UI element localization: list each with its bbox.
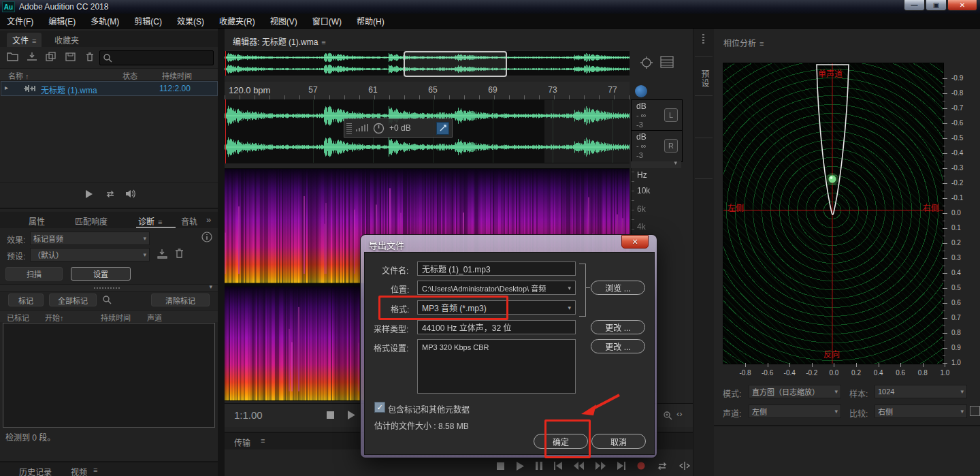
play-icon[interactable]	[516, 462, 524, 471]
pause-icon[interactable]	[536, 462, 542, 470]
mark-button[interactable]: 标记	[8, 293, 44, 306]
zoom-chevrons-icon[interactable]: ‹›	[676, 409, 683, 419]
close-button[interactable]: ✕	[947, 0, 977, 11]
record-icon[interactable]	[637, 462, 645, 470]
effect-dropdown[interactable]: 标记音频▾	[30, 232, 150, 245]
menu-item[interactable]: 收藏夹(R)	[219, 15, 255, 27]
filename-input[interactable]: 无标题 (1)_01.mp3	[417, 261, 576, 276]
tab-history[interactable]: 历史记录	[19, 466, 52, 476]
col-marked[interactable]: 已标记	[7, 312, 29, 323]
file-name[interactable]: 无标题 (1).wma	[41, 84, 97, 95]
compare-dropdown[interactable]: 右侧▾	[875, 404, 967, 418]
delete-preset-icon[interactable]	[174, 248, 184, 259]
trash-icon[interactable]	[84, 52, 95, 62]
monitor-icon[interactable]	[635, 85, 647, 97]
dialog-close-button[interactable]: ✕	[621, 235, 649, 249]
dock-handle-icon[interactable]	[702, 34, 704, 44]
col-duration2[interactable]: 持续时间	[101, 312, 131, 323]
layers-icon[interactable]	[660, 56, 674, 68]
zoom-in-icon[interactable]	[663, 411, 672, 420]
stop-icon[interactable]	[497, 462, 504, 470]
hud-gain-value[interactable]: +0 dB	[389, 123, 411, 133]
restore-button[interactable]: ▣	[926, 0, 947, 11]
menu-item[interactable]: 窗口(W)	[312, 15, 342, 27]
phase-scope[interactable]: 单声道 左侧 右侧 反向	[723, 63, 944, 364]
speaker-icon[interactable]	[125, 189, 136, 199]
menu-item[interactable]: 帮助(H)	[357, 15, 385, 27]
menu-item[interactable]: 视图(V)	[270, 15, 297, 27]
skip-to-start-icon[interactable]	[554, 462, 562, 470]
search-marks-icon[interactable]	[102, 295, 112, 304]
col-status[interactable]: 状态	[122, 70, 137, 81]
channel-dropdown[interactable]: 左侧▾	[749, 404, 841, 418]
location-dropdown[interactable]: C:\Users\Administrator\Desktop\ 音频▾	[417, 281, 576, 295]
rewind-icon[interactable]	[574, 462, 584, 470]
meter-collapse-bar[interactable]: ▾	[631, 161, 681, 168]
channel-left-button[interactable]: L	[664, 108, 678, 122]
settings-button[interactable]: 设置	[71, 267, 131, 281]
menu-item[interactable]: 效果(S)	[177, 15, 204, 27]
tab-favorites[interactable]: 收藏夹	[54, 34, 79, 46]
menu-item[interactable]: 编辑(E)	[48, 15, 76, 27]
clear-marks-button[interactable]: 清除标记	[151, 293, 210, 306]
include-metadata-checkbox[interactable]: ✓	[374, 402, 385, 413]
panel-menu-icon[interactable]: ≡	[32, 37, 36, 45]
open-folder-icon[interactable]	[7, 52, 19, 62]
overview-selection-box[interactable]	[404, 51, 507, 77]
hud-settings-icon[interactable]	[436, 122, 449, 135]
tab-files[interactable]: 文件≡	[7, 33, 42, 47]
minimize-button[interactable]: —	[904, 0, 925, 11]
change-sample-type-button[interactable]: 更改 ...	[591, 320, 645, 334]
collapse-arrow-icon[interactable]: ▾	[209, 283, 212, 290]
gain-knob-icon[interactable]	[373, 123, 385, 134]
panel-menu-icon[interactable]: ≡	[261, 437, 265, 445]
channel-right-button[interactable]: R	[664, 139, 678, 153]
col-start[interactable]: 开始↑	[45, 312, 64, 323]
browse-button[interactable]: 浏览 ...	[591, 281, 645, 295]
tab-overflow-icon[interactable]: »	[206, 215, 211, 225]
preset-dropdown[interactable]: （默认）▾	[30, 248, 150, 261]
cancel-button[interactable]: 取消	[591, 434, 646, 449]
spot-fix-icon[interactable]	[640, 56, 653, 69]
panel-menu-icon[interactable]: ≡	[158, 218, 162, 226]
save-icon[interactable]	[65, 52, 77, 62]
tab-video[interactable]: 视频	[71, 466, 87, 476]
panel-menu-icon[interactable]: ≡	[321, 38, 325, 46]
menu-item[interactable]: 多轨(M)	[91, 15, 119, 27]
play-icon[interactable]	[84, 189, 94, 199]
fast-forward-icon[interactable]	[595, 462, 606, 470]
change-format-settings-button[interactable]: 更改 ...	[591, 339, 645, 353]
gain-hud[interactable]: +0 dB	[344, 118, 453, 138]
timeline-ruler[interactable]: 120.0 bpm 576165697377	[225, 82, 630, 100]
tab-clipped[interactable]: 音轨	[181, 215, 197, 227]
play-icon[interactable]	[347, 411, 355, 419]
tab-presets-vertical[interactable]: 预设	[699, 69, 710, 89]
loop-playback-icon[interactable]	[657, 462, 668, 471]
playhead-arrows-icon[interactable]	[679, 462, 690, 470]
col-name[interactable]: 名称 ↑	[8, 70, 29, 81]
skip-to-end-icon[interactable]	[617, 462, 625, 470]
menu-item[interactable]: 剪辑(C)	[134, 15, 162, 27]
loop-playback-icon[interactable]	[105, 189, 116, 199]
save-preset-icon[interactable]	[157, 249, 168, 259]
hud-drag-handle-icon[interactable]	[346, 122, 352, 134]
col-duration[interactable]: 持续时间	[162, 70, 192, 81]
normalize-checkbox[interactable]	[970, 406, 980, 416]
drag-handle-icon[interactable]	[94, 287, 121, 289]
search-input[interactable]	[99, 50, 214, 65]
info-icon[interactable]	[201, 232, 212, 242]
col-channel[interactable]: 声道	[147, 312, 162, 323]
panel-menu-icon[interactable]: ≡	[93, 466, 97, 474]
mark-all-button[interactable]: 全部标记	[49, 293, 97, 306]
overview-strip[interactable]	[225, 50, 630, 76]
samples-dropdown[interactable]: 1024▾	[875, 385, 967, 398]
scan-button[interactable]: 扫描	[5, 267, 63, 281]
mode-dropdown[interactable]: 直方图（日志缩放）▾	[749, 385, 841, 398]
tab-transport[interactable]: 传输	[234, 437, 250, 448]
marks-list[interactable]	[3, 323, 215, 428]
panel-splitter[interactable]: ▾	[0, 284, 218, 292]
tab-properties[interactable]: 属性	[29, 215, 45, 227]
file-row[interactable]: ▸ 无标题 (1).wma 112:2.00	[1, 81, 218, 96]
menu-item[interactable]: 文件(F)	[7, 15, 33, 27]
stop-icon[interactable]	[327, 411, 334, 419]
